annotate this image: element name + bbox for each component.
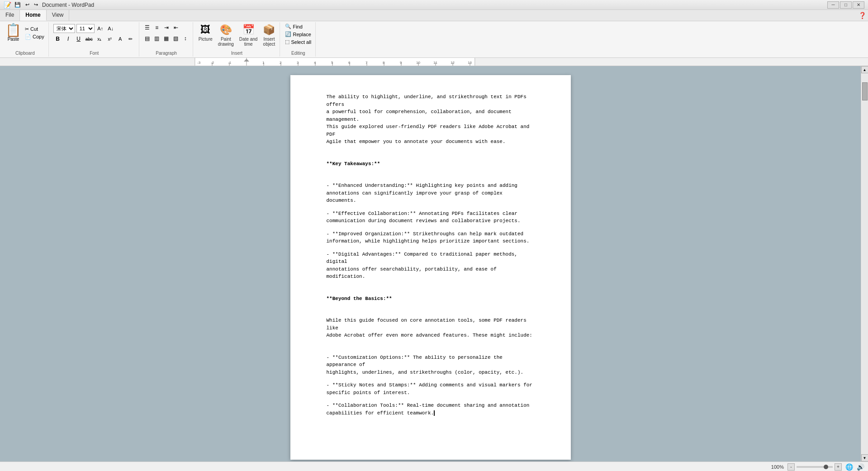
font-group: 宋体 11 A↑ A↓ B I U abc x₁ x² xyxy=(50,22,139,57)
doc-text-3: This guide explored user-friendly PDF re… xyxy=(327,123,535,138)
zoom-out-button[interactable]: - xyxy=(787,463,795,471)
copy-label: Copy xyxy=(33,34,44,39)
cut-icon: ✂ xyxy=(25,26,29,32)
superscript-button[interactable]: x² xyxy=(105,34,114,43)
paint-drawing-button[interactable]: 🎨 Paint drawing xyxy=(216,23,236,48)
svg-text:7: 7 xyxy=(365,61,368,65)
minimize-button[interactable]: ─ xyxy=(827,1,839,9)
italic-button[interactable]: I xyxy=(64,34,73,43)
clipboard-label: Clipboard xyxy=(15,50,35,56)
ribbon-tabs: File Home View ❓ xyxy=(0,10,868,21)
ruler-inner: -3 -2 -1 1 2 3 4 5 6 7 8 9 10 xyxy=(194,58,475,66)
picture-label: Picture xyxy=(199,37,213,42)
doc-text-2: a powerful tool for comprehension, colla… xyxy=(327,108,535,123)
tab-home[interactable]: Home xyxy=(20,10,46,21)
svg-text:13: 13 xyxy=(468,61,472,65)
doc-scroll[interactable]: The ability to highlight, underline, and… xyxy=(0,66,861,461)
paste-button[interactable]: 📋 Paste xyxy=(5,23,22,43)
shrink-font-button[interactable]: A↓ xyxy=(106,24,115,33)
insert-object-label: Insert object xyxy=(263,37,275,47)
font-name-select[interactable]: 宋体 xyxy=(53,24,75,33)
doc-collab2-2: capabilities for efficient teamwork. xyxy=(327,409,535,417)
help-icon[interactable]: ❓ xyxy=(859,12,866,19)
align-right-button[interactable]: ▦ xyxy=(162,34,171,43)
doc-enhanced-1: - **Enhanced Understanding:** Highlighti… xyxy=(327,182,535,190)
strikethrough-button[interactable]: abc xyxy=(85,34,94,43)
ruler-svg: -3 -2 -1 1 2 3 4 5 6 7 8 9 10 xyxy=(195,58,475,66)
subscript-button[interactable]: x₁ xyxy=(95,34,104,43)
scroll-track[interactable] xyxy=(862,73,868,454)
redo-qa-btn[interactable]: ↪ xyxy=(33,1,39,8)
line-spacing-button[interactable]: ↕ xyxy=(181,34,190,43)
font-size-select[interactable]: 11 xyxy=(76,24,95,33)
align-center-button[interactable]: ▥ xyxy=(152,34,161,43)
tab-file[interactable]: File xyxy=(0,10,20,21)
svg-text:1: 1 xyxy=(262,61,265,65)
indent-increase-button[interactable]: ⇥ xyxy=(162,23,171,32)
zoom-in-button[interactable]: + xyxy=(835,463,842,471)
doc-collab2-1: - **Collaboration Tools:** Real-time doc… xyxy=(327,402,535,409)
replace-label: Replace xyxy=(293,32,311,37)
close-button[interactable]: ✕ xyxy=(853,1,864,9)
editing-group: 🔍 Find 🔄 Replace ⬚ Select all Editing xyxy=(281,22,316,57)
align-left-button[interactable]: ▤ xyxy=(143,34,152,43)
bold-button[interactable]: B xyxy=(53,34,62,43)
svg-text:3: 3 xyxy=(297,61,299,65)
doc-blank-1 xyxy=(327,153,535,160)
justify-button[interactable]: ▧ xyxy=(171,34,180,43)
svg-marker-34 xyxy=(244,59,249,62)
save-qa-btn[interactable]: 💾 xyxy=(13,1,22,8)
network-icon: 🌐 xyxy=(845,463,853,471)
doc-text-1: The ability to highlight, underline, and… xyxy=(327,93,535,108)
zoom-level: 100% xyxy=(771,464,784,470)
scrollbar-right[interactable]: ▲ ▼ xyxy=(861,66,868,461)
find-button[interactable]: 🔍 Find xyxy=(284,23,313,30)
indent-decrease-button[interactable]: ⇤ xyxy=(171,23,180,32)
select-icon: ⬚ xyxy=(285,39,289,45)
insert-object-button[interactable]: 📦 Insert object xyxy=(261,23,277,48)
scroll-thumb[interactable] xyxy=(862,82,868,100)
doc-collab-1: - **Effective Collaboration:** Annotatin… xyxy=(327,210,535,218)
scroll-up-arrow[interactable]: ▲ xyxy=(861,66,868,73)
highlight-button[interactable]: ✏ xyxy=(126,34,135,43)
select-all-button[interactable]: ⬚ Select all xyxy=(284,38,313,45)
paste-label: Paste xyxy=(8,37,19,42)
window-controls: ─ □ ✕ xyxy=(827,1,864,9)
zoom-slider[interactable] xyxy=(797,466,833,468)
insert-group: 🖼 Picture 🎨 Paint drawing 📅 Date and tim… xyxy=(194,22,280,57)
ribbon: File Home View ❓ 📋 Paste ✂ Cut xyxy=(0,10,868,58)
font-color-button[interactable]: A xyxy=(116,34,125,43)
replace-button[interactable]: 🔄 Replace xyxy=(284,31,313,38)
copy-button[interactable]: 📄 Copy xyxy=(24,33,46,40)
status-bar: 100% - + 🌐 🔊 xyxy=(0,461,868,471)
svg-text:4: 4 xyxy=(314,61,316,65)
app-icon: 📝 xyxy=(4,1,11,9)
maximize-button[interactable]: □ xyxy=(840,1,852,9)
bullet-list-button[interactable]: ☰ xyxy=(143,23,152,32)
font-row2: B I U abc x₁ x² A ✏ xyxy=(53,34,135,43)
align-buttons: ▤ ▥ ▦ ▧ ↕ xyxy=(143,34,190,43)
date-time-button[interactable]: 📅 Date and time xyxy=(237,23,260,48)
picture-button[interactable]: 🖼 Picture xyxy=(197,23,214,43)
cut-button[interactable]: ✂ Cut xyxy=(24,26,46,33)
underline-button[interactable]: U xyxy=(74,34,83,43)
title-bar: 📝 💾 ↩ ↪ Document - WordPad ─ □ ✕ xyxy=(0,0,868,10)
paint-icon: 🎨 xyxy=(220,24,232,36)
editing-group-content: 🔍 Find 🔄 Replace ⬚ Select all xyxy=(284,23,313,50)
insert-group-content: 🖼 Picture 🎨 Paint drawing 📅 Date and tim… xyxy=(197,23,277,50)
doc-text-4: Agile that empower you to annotate your … xyxy=(327,138,535,146)
font-label: Font xyxy=(90,50,99,56)
paragraph-group: ☰ ≡ ⇥ ⇤ ▤ ▥ ▦ ▧ ↕ Paragraph xyxy=(140,22,193,57)
numbered-list-button[interactable]: ≡ xyxy=(152,23,161,32)
tab-view[interactable]: View xyxy=(47,10,70,21)
grow-font-button[interactable]: A↑ xyxy=(96,24,105,33)
scroll-down-arrow[interactable]: ▼ xyxy=(861,454,868,461)
status-right: 100% - + 🌐 🔊 xyxy=(771,463,864,471)
zoom-thumb xyxy=(824,465,828,469)
doc-page[interactable]: The ability to highlight, underline, and… xyxy=(290,75,571,460)
undo-qa-btn[interactable]: ↩ xyxy=(24,1,31,8)
editing-label: Editing xyxy=(291,50,305,56)
doc-org-2: information, while highlighting helps pr… xyxy=(327,238,535,245)
doc-blank-2 xyxy=(327,175,535,182)
picture-icon: 🖼 xyxy=(200,24,210,36)
